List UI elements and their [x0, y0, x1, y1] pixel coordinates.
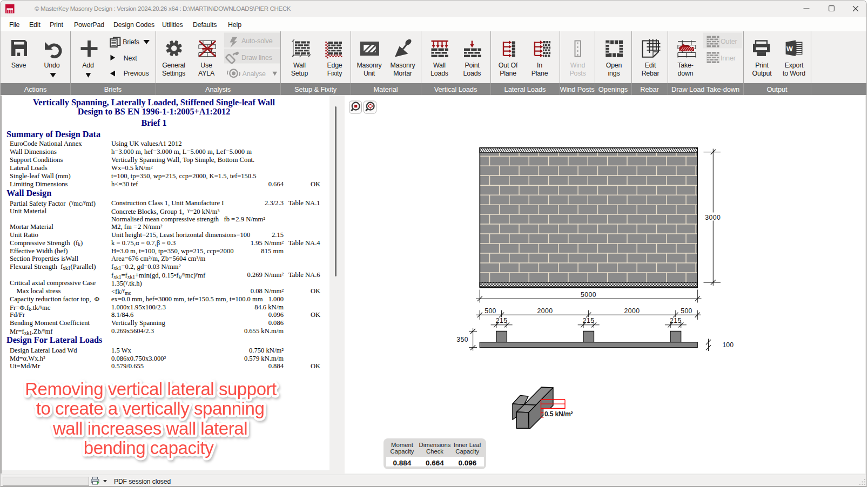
svg-text:Draw lines: Draw lines: [241, 54, 272, 62]
svg-text:3000: 3000: [705, 214, 721, 221]
svg-text:Auto-solve: Auto-solve: [241, 37, 273, 45]
svg-text:to create a vertically spannin: to create a vertically spanning: [36, 398, 265, 418]
svg-text:Outer: Outer: [721, 38, 737, 45]
svg-text:215: 215: [583, 317, 595, 324]
svg-text:0.5 kN/m²: 0.5 kN/m²: [544, 410, 573, 418]
svg-text:W: W: [786, 45, 793, 53]
svg-text:350: 350: [456, 336, 468, 343]
svg-text:Analyse: Analyse: [243, 70, 266, 78]
svg-text:wall increases wall lateral: wall increases wall lateral: [52, 418, 247, 438]
svg-text:2000: 2000: [624, 307, 640, 315]
svg-text:100: 100: [723, 341, 734, 349]
svg-text:215: 215: [670, 317, 682, 324]
svg-text:2000: 2000: [537, 307, 553, 315]
svg-text:bending capacity: bending capacity: [84, 438, 214, 458]
svg-text:5000: 5000: [581, 291, 596, 299]
svg-text:Removing vertical lateral supp: Removing vertical lateral support: [25, 379, 277, 399]
svg-text:500: 500: [485, 307, 496, 315]
svg-text:Inner: Inner: [721, 55, 736, 62]
svg-text:500: 500: [681, 307, 692, 315]
svg-text:215: 215: [496, 317, 508, 324]
